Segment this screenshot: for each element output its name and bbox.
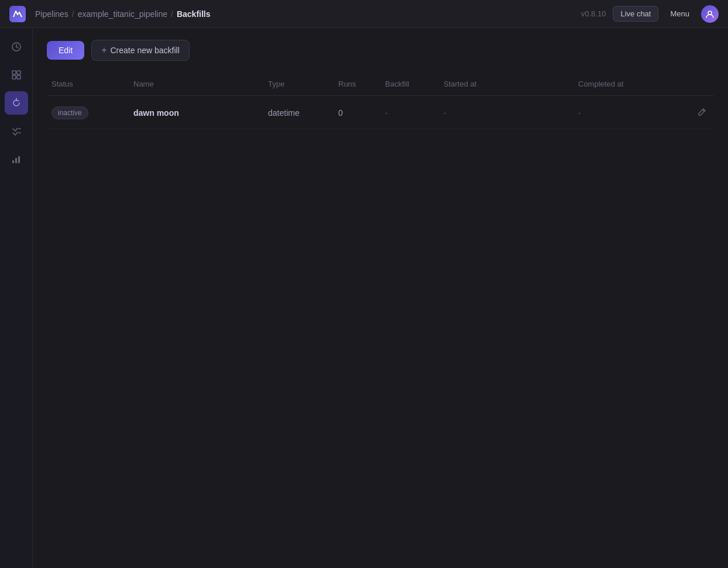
create-backfill-label: Create new backfill (110, 46, 179, 55)
breadcrumb-pipelines[interactable]: Pipelines (35, 9, 68, 19)
col-header-name: Name (129, 77, 263, 91)
cell-status: inactive (47, 104, 129, 122)
backfills-table: Status Name Type Runs Backfill Started a… (47, 73, 714, 129)
cell-name: dawn moon (129, 106, 263, 120)
cell-actions (691, 103, 714, 123)
main-layout: Edit + Create new backfill Status Name T… (0, 28, 728, 568)
svg-rect-9 (15, 158, 17, 163)
sidebar-item-metrics[interactable] (5, 147, 28, 171)
sidebar-item-dashboard[interactable] (5, 63, 28, 87)
svg-rect-5 (17, 75, 20, 79)
col-header-runs: Runs (334, 77, 380, 91)
cell-runs: 0 (334, 106, 380, 120)
plus-icon: + (101, 45, 107, 56)
breadcrumb-pipeline-name[interactable]: example_titanic_pipeline (78, 9, 167, 19)
create-backfill-button[interactable]: + Create new backfill (91, 40, 190, 61)
top-nav-left: Pipelines / example_titanic_pipeline / B… (9, 6, 211, 22)
col-header-completed-at: Completed at (574, 77, 691, 91)
sidebar (0, 28, 33, 568)
toolbar: Edit + Create new backfill (47, 40, 714, 61)
avatar[interactable] (701, 5, 719, 23)
top-nav: Pipelines / example_titanic_pipeline / B… (0, 0, 728, 28)
cell-completed-at: - (574, 106, 691, 120)
table-row: inactive dawn moon datetime 0 - - - (47, 97, 714, 129)
main-content: Edit + Create new backfill Status Name T… (33, 28, 728, 568)
breadcrumb-sep-1: / (72, 9, 74, 19)
svg-point-0 (708, 11, 712, 15)
app-logo (9, 6, 26, 22)
sidebar-item-history[interactable] (5, 35, 28, 58)
row-edit-button[interactable] (695, 105, 709, 121)
sidebar-item-tasks[interactable] (5, 119, 28, 143)
version-label: v0.8.10 (581, 9, 606, 18)
menu-button[interactable]: Menu (665, 6, 694, 21)
live-chat-button[interactable]: Live chat (613, 6, 658, 22)
col-header-status: Status (47, 77, 129, 91)
table-header: Status Name Type Runs Backfill Started a… (47, 73, 714, 96)
status-badge: inactive (51, 106, 88, 119)
breadcrumb: Pipelines / example_titanic_pipeline / B… (35, 9, 211, 19)
svg-rect-8 (12, 160, 14, 163)
cell-backfill: - (380, 106, 439, 120)
col-header-type: Type (263, 77, 334, 91)
cell-type: datetime (263, 106, 334, 120)
cell-started-at: - (439, 106, 574, 120)
sidebar-item-backfills[interactable] (5, 91, 28, 115)
col-header-actions (691, 77, 714, 91)
svg-rect-4 (12, 75, 16, 79)
svg-rect-10 (18, 156, 20, 163)
svg-rect-3 (17, 71, 20, 74)
breadcrumb-current: Backfills (177, 9, 211, 19)
top-nav-right: v0.8.10 Live chat Menu (581, 5, 719, 23)
svg-rect-2 (12, 71, 16, 74)
col-header-started-at: Started at (439, 77, 574, 91)
edit-button[interactable]: Edit (47, 41, 84, 60)
col-header-backfill: Backfill (380, 77, 439, 91)
breadcrumb-sep-2: / (171, 9, 173, 19)
